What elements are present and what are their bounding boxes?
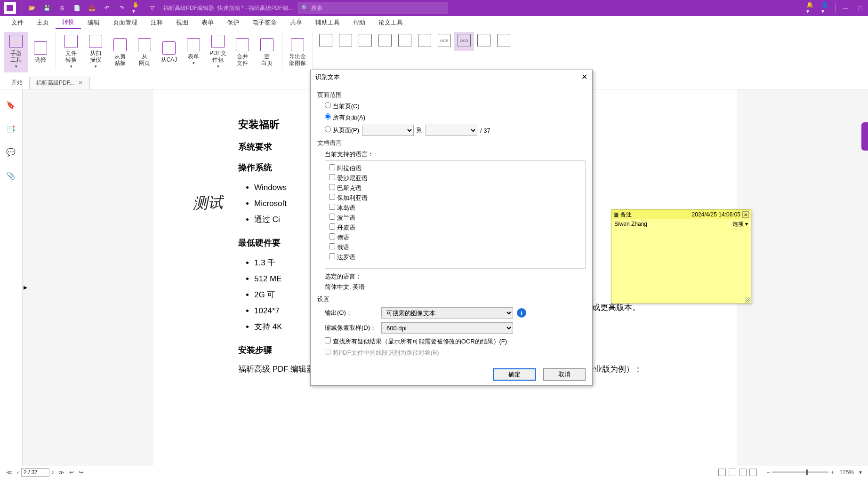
last-page-icon[interactable]: ≫: [58, 469, 64, 476]
ribbon-ocr-button-9[interactable]: [494, 32, 514, 51]
nav-back-icon[interactable]: ↩: [69, 469, 74, 476]
view-mode-4-icon[interactable]: [749, 469, 757, 476]
search-input[interactable]: [311, 5, 444, 11]
check-suspect-row[interactable]: 查找所有疑似结果（显示所有可能需要被修改的OCR的结果）(F): [325, 337, 586, 346]
prev-page-icon[interactable]: ‹: [17, 469, 19, 476]
pages-icon[interactable]: 📑: [6, 124, 16, 135]
menu-item-4[interactable]: 页面管理: [106, 16, 144, 29]
hand-tool-icon[interactable]: ✋▾: [132, 3, 142, 13]
language-option[interactable]: 保加利亚语: [329, 194, 581, 202]
undo-icon[interactable]: ↶: [102, 3, 112, 13]
language-option[interactable]: 冰岛语: [329, 204, 581, 212]
ribbon-ocr-button-6[interactable]: OCR: [434, 32, 454, 51]
language-option[interactable]: 阿拉伯语: [329, 164, 581, 173]
dialog-titlebar[interactable]: 识别文本 ✕: [311, 70, 592, 84]
sticky-close-icon[interactable]: ✕: [742, 211, 749, 218]
first-page-icon[interactable]: ≪: [6, 469, 12, 476]
open-icon[interactable]: 📂: [27, 3, 36, 13]
from-page-select[interactable]: [362, 125, 414, 136]
right-edge-tab[interactable]: [861, 122, 868, 151]
radio-all-pages[interactable]: 所有页面(A): [325, 113, 586, 122]
sticky-header[interactable]: ▦ 备注 2024/4/25 14:06:05 ✕: [611, 210, 751, 219]
zoom-slider[interactable]: [772, 471, 828, 473]
zoom-out-icon[interactable]: −: [766, 469, 770, 476]
menu-item-11[interactable]: 辅助工具: [309, 16, 346, 29]
language-option[interactable]: 俄语: [329, 243, 581, 252]
user-icon[interactable]: 👤▾: [821, 3, 831, 13]
redo-icon[interactable]: ↷: [117, 3, 127, 13]
cancel-button[interactable]: 取消: [543, 368, 586, 381]
view-mode-2-icon[interactable]: [729, 469, 736, 476]
zoom-in-icon[interactable]: +: [831, 469, 834, 476]
print-icon[interactable]: 🖨: [57, 3, 66, 13]
ribbon-button-10[interactable]: 合并文件: [230, 32, 255, 72]
new-doc-icon[interactable]: 📄: [72, 3, 81, 13]
dialog-close-icon[interactable]: ✕: [581, 72, 587, 81]
ribbon-button-11[interactable]: 空白页: [255, 32, 279, 72]
nav-fwd-icon[interactable]: ↪: [79, 469, 83, 476]
radio-from-page[interactable]: 从页面(P): [325, 126, 359, 135]
next-page-icon[interactable]: ›: [52, 469, 54, 476]
page-input[interactable]: [21, 468, 49, 477]
dropdown-icon[interactable]: ▽: [147, 3, 157, 13]
collapse-handle[interactable]: ▸: [23, 278, 28, 296]
ribbon-ocr-button-2[interactable]: [355, 32, 375, 51]
menu-item-1[interactable]: 主页: [30, 16, 56, 29]
tab-start[interactable]: 开始: [5, 77, 29, 88]
search-box[interactable]: 🔍: [297, 2, 448, 14]
language-option[interactable]: 法罗语: [329, 253, 581, 262]
ribbon-ocr-button-4[interactable]: [395, 32, 415, 51]
ribbon-ocr-button-3[interactable]: [375, 32, 395, 51]
menu-item-7[interactable]: 表单: [195, 16, 220, 29]
ribbon-button-8[interactable]: 表单▾: [181, 32, 206, 72]
radio-current-page[interactable]: 当前页(C): [325, 102, 586, 111]
menu-item-10[interactable]: 共享: [283, 16, 309, 29]
bookmark-icon[interactable]: 🔖: [6, 101, 16, 111]
language-option[interactable]: 德语: [329, 233, 581, 242]
ribbon-ocr-button-8[interactable]: [474, 32, 494, 51]
ribbon-button-6[interactable]: 从网页: [132, 32, 157, 72]
menu-item-5[interactable]: 注释: [144, 16, 169, 29]
ok-button[interactable]: 确定: [493, 368, 536, 381]
comments-icon[interactable]: 💬: [6, 148, 16, 158]
resize-handle[interactable]: [745, 297, 750, 303]
ribbon-ocr-button-0[interactable]: [316, 32, 336, 51]
ribbon-button-3[interactable]: 文件转换▾: [59, 32, 83, 72]
ribbon-button-1[interactable]: 选择: [28, 32, 53, 72]
save-icon[interactable]: 💾: [42, 3, 51, 13]
language-list[interactable]: 阿拉伯语 爱沙尼亚语 巴斯克语 保加利亚语 冰岛语 波兰语 丹麦语 德语 俄语 …: [325, 160, 586, 269]
tab-close-icon[interactable]: ✕: [78, 80, 83, 86]
maximize-icon[interactable]: ◻: [856, 3, 865, 13]
attachments-icon[interactable]: 📎: [6, 171, 16, 182]
export-icon[interactable]: 📤: [87, 3, 96, 13]
menu-item-12[interactable]: 帮助: [346, 16, 372, 29]
tab-document[interactable]: 福昕高级PDF... ✕: [29, 77, 90, 89]
language-option[interactable]: 巴斯克语: [329, 184, 581, 192]
zoom-dropdown-icon[interactable]: ▾: [859, 469, 862, 476]
ribbon-button-13[interactable]: 导出全部图像: [285, 32, 310, 72]
ribbon-button-9[interactable]: PDF文件包▾: [206, 32, 230, 72]
ribbon-button-0[interactable]: 手型工具▾: [4, 32, 28, 72]
to-page-select[interactable]: [426, 125, 477, 136]
dpi-select[interactable]: 600 dpi: [381, 322, 513, 334]
bell-icon[interactable]: 🔔▾: [806, 3, 816, 13]
output-select[interactable]: 可搜索的图像文本: [381, 307, 513, 319]
minimize-icon[interactable]: —: [841, 3, 850, 13]
sticky-note[interactable]: ▦ 备注 2024/4/25 14:06:05 ✕ Siwen Zhang 选项…: [611, 209, 751, 303]
ribbon-button-4[interactable]: 从扫描仪▾: [83, 32, 108, 72]
ribbon-ocr-button-5[interactable]: [415, 32, 434, 51]
ribbon-button-7[interactable]: 从CAJ: [157, 32, 181, 72]
view-mode-3-icon[interactable]: [739, 469, 747, 476]
info-icon[interactable]: i: [517, 308, 526, 318]
menu-item-0[interactable]: 文件: [5, 16, 30, 29]
language-option[interactable]: 丹麦语: [329, 223, 581, 232]
menu-item-3[interactable]: 编辑: [81, 16, 106, 29]
menu-item-2[interactable]: 转换: [56, 16, 81, 29]
view-mode-1-icon[interactable]: [718, 469, 726, 476]
menu-item-13[interactable]: 论文工具: [372, 16, 410, 29]
sticky-options[interactable]: 选项 ▾: [732, 220, 748, 228]
ribbon-button-5[interactable]: 从剪贴板: [108, 32, 132, 72]
language-option[interactable]: 爱沙尼亚语: [329, 174, 581, 183]
ribbon-ocr-button-1[interactable]: [336, 32, 355, 51]
language-option[interactable]: 波兰语: [329, 214, 581, 222]
